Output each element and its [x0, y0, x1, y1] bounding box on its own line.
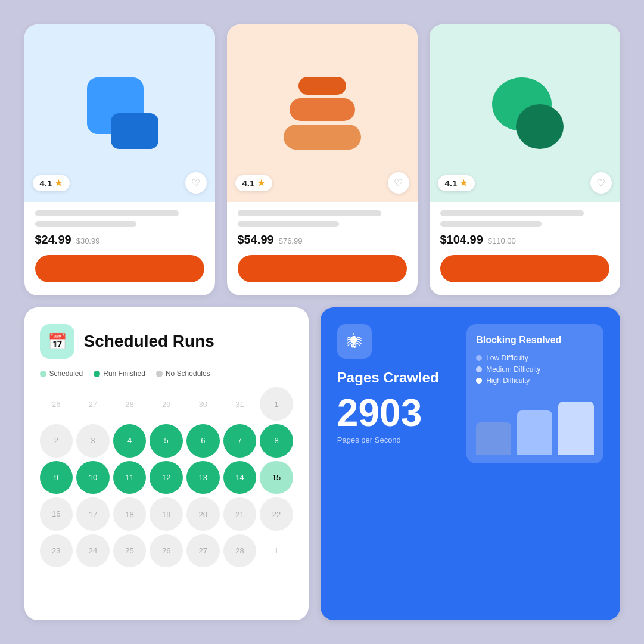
legend-high-dot	[476, 378, 482, 384]
cal-28-prev: 28	[113, 387, 147, 421]
legend-medium-label: Medium Difficulty	[486, 365, 540, 374]
cal-20: 20	[186, 497, 220, 531]
bar-medium	[517, 410, 552, 455]
blocking-resolved-panel: Blocking Resolved Low Difficulty Medium …	[466, 324, 603, 463]
cal-18: 18	[113, 497, 147, 531]
cal-15: 15	[260, 461, 293, 494]
blocking-legend: Low Difficulty Medium Difficulty High Di…	[476, 354, 593, 385]
crawler-top: 🕷 Pages Crawled 2903 Pages per Second Bl…	[337, 324, 603, 463]
card-3-price-row: $104.99 $110.00	[440, 233, 609, 247]
card-2-star-icon: ★	[257, 178, 265, 188]
card-1-text-line-1	[35, 210, 179, 216]
card-3-rating-badge: 4.1 ★	[438, 175, 475, 191]
stack-bot	[284, 125, 361, 150]
card-2-price-current: $54.99	[238, 233, 274, 247]
card-3-image: 4.1 ★ ♡	[430, 24, 620, 203]
card-1-rating-badge: 4.1 ★	[33, 175, 70, 191]
stack-top	[298, 77, 346, 95]
cal-26-prev: 26	[40, 387, 73, 421]
legend-high: High Difficulty	[476, 377, 593, 385]
bottom-row: 📅 Scheduled Runs Scheduled Run Finished …	[24, 307, 620, 620]
legend-high-label: High Difficulty	[486, 377, 530, 385]
card-1-buy-button[interactable]	[35, 255, 204, 282]
cal-12: 12	[150, 461, 183, 494]
card-1-text-line-2	[35, 221, 136, 227]
cal-4: 4	[113, 424, 147, 458]
card-2-favorite-button[interactable]: ♡	[388, 172, 409, 194]
blocking-title: Blocking Resolved	[476, 335, 593, 346]
pages-per-sec: Pages per Second	[337, 435, 455, 444]
legend-low: Low Difficulty	[476, 354, 593, 362]
cal-3: 3	[76, 424, 110, 458]
pages-number: 2903	[337, 394, 455, 432]
cal-5: 5	[150, 424, 183, 458]
card-2-price-old: $76.99	[279, 237, 303, 245]
scheduled-header: 📅 Scheduled Runs	[40, 324, 293, 359]
legend-medium-dot	[476, 366, 482, 372]
cal-27-prev: 27	[76, 387, 110, 421]
cal-25: 25	[113, 534, 147, 568]
cal-1-next: 1	[260, 534, 293, 568]
legend-scheduled-label: Scheduled	[49, 369, 83, 378]
card-1-star-icon: ★	[55, 178, 63, 188]
calendar-grid: 26 27 28 29 30 31 1 2 3 4 5 6 7 8 9 10 1…	[40, 387, 293, 567]
card-1-info: $24.99 $30.99	[24, 202, 215, 295]
card-2-rating-value: 4.1	[242, 178, 255, 188]
cal-26: 26	[150, 534, 183, 568]
legend-low-label: Low Difficulty	[486, 354, 528, 362]
card-1-price-current: $24.99	[35, 233, 71, 247]
legend-low-dot	[476, 355, 482, 361]
calendar-legend: Scheduled Run Finished No Schedules	[40, 369, 293, 378]
bar-chart	[476, 396, 593, 455]
legend-none-dot	[156, 371, 163, 377]
card-3-rating-value: 4.1	[445, 178, 458, 188]
cal-28: 28	[223, 534, 257, 568]
card-1-image: 4.1 ★ ♡	[24, 24, 215, 203]
cal-21: 21	[223, 497, 257, 531]
card-3-text-line-1	[440, 210, 584, 216]
card-2-buy-button[interactable]	[238, 255, 407, 282]
pages-crawled-label: Pages Crawled	[337, 369, 455, 387]
legend-finished-dot	[94, 371, 100, 377]
cal-6: 6	[186, 424, 220, 458]
blue-rect-small	[111, 113, 158, 149]
card-3-info: $104.99 $110.00	[430, 202, 620, 295]
stack-mid	[290, 98, 355, 121]
card-3-buy-button[interactable]	[440, 255, 609, 282]
card-3-favorite-button[interactable]: ♡	[590, 172, 612, 194]
blob-bot	[516, 104, 564, 149]
cal-14: 14	[223, 461, 257, 494]
cal-23: 23	[40, 534, 73, 568]
cal-16: 16	[40, 497, 73, 531]
legend-finished-label: Run Finished	[103, 369, 145, 378]
card-2-info: $54.99 $76.99	[227, 202, 418, 295]
bug-icon: 🕷	[347, 332, 362, 351]
card-3-rating-row: 4.1 ★ ♡	[438, 172, 612, 194]
card-1-rating-row: 4.1 ★ ♡	[33, 172, 207, 194]
blob-icon	[480, 77, 570, 149]
bug-icon-wrap: 🕷	[337, 324, 372, 359]
card-2-image: 4.1 ★ ♡	[227, 24, 418, 203]
cal-10: 10	[76, 461, 110, 494]
legend-finished: Run Finished	[94, 369, 145, 378]
legend-none: No Schedules	[156, 369, 210, 378]
card-1-favorite-button[interactable]: ♡	[185, 172, 207, 194]
legend-scheduled: Scheduled	[40, 369, 83, 378]
product-card-1: 4.1 ★ ♡ $24.99 $30.99	[24, 24, 215, 296]
cal-9: 9	[40, 461, 73, 494]
cal-8: 8	[260, 424, 293, 458]
product-card-3: 4.1 ★ ♡ $104.99 $110.00	[430, 24, 620, 296]
card-3-price-old: $110.00	[488, 237, 516, 245]
card-2-price-row: $54.99 $76.99	[238, 233, 407, 247]
cal-7: 7	[223, 424, 257, 458]
card-3-price-current: $104.99	[440, 233, 483, 247]
stack-icon	[284, 77, 361, 150]
card-3-star-icon: ★	[460, 178, 468, 188]
card-1-price-row: $24.99 $30.99	[35, 233, 204, 247]
cal-30-prev: 30	[186, 387, 220, 421]
product-card-2: 4.1 ★ ♡ $54.99 $76.99	[227, 24, 418, 296]
card-2-rating-badge: 4.1 ★	[235, 175, 273, 191]
cal-27: 27	[186, 534, 220, 568]
main-container: 4.1 ★ ♡ $24.99 $30.99	[13, 13, 632, 632]
blue-icon	[81, 77, 158, 149]
